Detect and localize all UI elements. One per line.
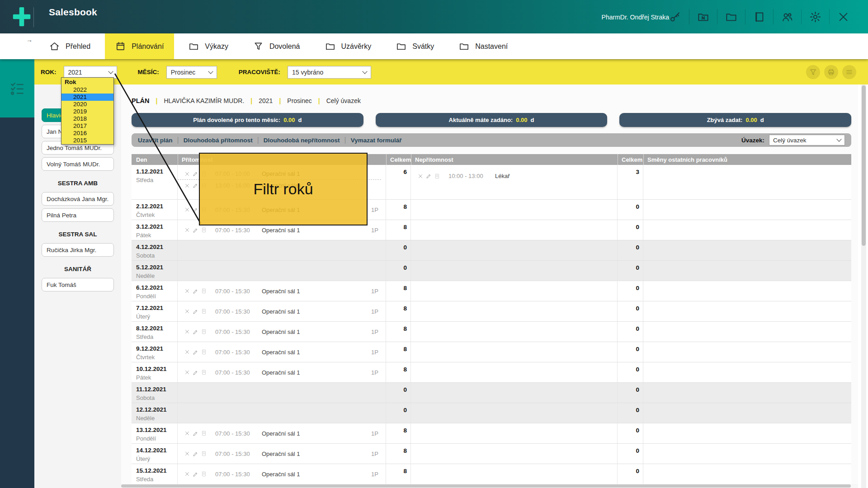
delete-icon[interactable]: [184, 471, 190, 477]
tab-nastavení[interactable]: Nastavení: [448, 33, 518, 59]
edit-icon[interactable]: [193, 207, 198, 213]
note-icon[interactable]: [201, 328, 207, 335]
toolbar-button[interactable]: Uzavřít plán: [138, 137, 173, 144]
note-icon[interactable]: [434, 173, 440, 179]
entry-place: Lékař: [495, 173, 510, 179]
folder-new-icon[interactable]: [697, 11, 709, 23]
vertical-scrollbar-thumb[interactable]: [862, 85, 866, 246]
key-icon[interactable]: [669, 11, 681, 23]
window-icon[interactable]: [753, 11, 765, 23]
sidebar-item-staff[interactable]: Fuk Tomáš: [42, 278, 114, 291]
tab-přehled[interactable]: Přehled: [39, 33, 101, 59]
row-date: 1.12.2021: [136, 167, 175, 176]
note-icon[interactable]: [201, 288, 207, 294]
year-option[interactable]: 2018: [61, 115, 113, 122]
note-icon[interactable]: [201, 471, 207, 477]
note-icon[interactable]: [201, 227, 207, 233]
delete-icon[interactable]: [184, 328, 190, 335]
absence-cell: [411, 403, 618, 423]
entry-place: Operační sál 1: [262, 227, 300, 234]
filter-bar-actions: [806, 65, 856, 79]
note-icon[interactable]: [201, 308, 207, 314]
edit-icon[interactable]: [193, 451, 198, 457]
row-date: 11.12.2021: [136, 385, 175, 394]
sidebar-item-staff[interactable]: Ručička Jirka Mgr.: [42, 243, 114, 257]
tab-uzávěrky[interactable]: Uzávěrky: [315, 33, 382, 59]
uvazek-select[interactable]: Celý úvazek: [769, 135, 845, 145]
year-option[interactable]: 2017: [61, 122, 113, 130]
staff-sidebar: Hlavička Kazimír MUDr.Jan Novák MUDr.Jed…: [34, 84, 121, 488]
edit-icon[interactable]: [193, 183, 198, 188]
users-icon[interactable]: [781, 11, 793, 23]
presence-total: 8: [386, 200, 411, 220]
delete-icon[interactable]: [184, 288, 190, 294]
presence-total: 8: [386, 342, 411, 362]
delete-icon[interactable]: [184, 171, 190, 177]
schedule-entry: 07:00 - 15:30Operační sál 11P: [178, 469, 386, 480]
sidebar-item-staff[interactable]: Docházková Jana Mgr.: [42, 192, 114, 206]
row-weekday: Středa: [136, 333, 175, 342]
year-option[interactable]: 2019: [61, 108, 113, 115]
delete-icon[interactable]: [184, 349, 190, 355]
edit-icon[interactable]: [193, 227, 198, 233]
row-weekday: Pátek: [136, 374, 175, 382]
sidebar-item-staff[interactable]: Pilná Petra: [42, 208, 114, 222]
edit-icon[interactable]: [193, 288, 198, 294]
tab-dovolená[interactable]: Dovolená: [243, 33, 311, 59]
month-select[interactable]: Prosinec: [166, 66, 217, 79]
edit-icon[interactable]: [193, 171, 198, 177]
filter-button[interactable]: [806, 65, 820, 79]
sidebar-toggle-button[interactable]: [0, 59, 34, 117]
forward-arrow-icon[interactable]: →: [26, 36, 33, 43]
year-option[interactable]: 2016: [61, 130, 113, 137]
delete-icon[interactable]: [184, 183, 190, 189]
edit-icon[interactable]: [426, 173, 432, 179]
toolbar-button[interactable]: Dlouhodobá nepřítomnost: [264, 137, 340, 144]
tab-svátky[interactable]: Svátky: [386, 33, 444, 59]
folder-icon[interactable]: [725, 11, 737, 23]
year-select[interactable]: 2021: [64, 66, 117, 79]
edit-icon[interactable]: [193, 349, 198, 355]
column-header: Nepřítomnost: [411, 154, 618, 165]
day-cell: 11.12.2021Sobota: [132, 383, 178, 403]
year-option[interactable]: 2015: [61, 137, 113, 144]
close-icon[interactable]: [837, 11, 849, 23]
absence-total: 0: [618, 403, 643, 423]
year-dropdown-group-label: Rok: [61, 78, 113, 86]
edit-icon[interactable]: [193, 471, 198, 477]
year-option[interactable]: 2021: [61, 94, 113, 101]
print-button[interactable]: [824, 65, 838, 79]
note-icon[interactable]: [201, 369, 207, 375]
edit-icon[interactable]: [193, 309, 198, 314]
sidebar-item-staff[interactable]: Volný Tomáš MUDr.: [42, 157, 114, 171]
column-header: Den: [132, 154, 178, 165]
summary-pill: Aktuálně máte zadáno:0.00d: [376, 113, 608, 127]
toolbar-button[interactable]: Vymazat formulář: [351, 137, 402, 144]
tab-plánování[interactable]: Plánování: [105, 33, 174, 59]
delete-icon[interactable]: [417, 173, 424, 179]
delete-icon[interactable]: [184, 308, 190, 314]
tab-výkazy[interactable]: Výkazy: [178, 33, 239, 59]
delete-icon[interactable]: [184, 369, 190, 375]
delete-icon[interactable]: [184, 227, 190, 233]
vertical-scrollbar[interactable]: [861, 84, 866, 488]
toolbar-button[interactable]: Dlouhodobá přítomnost: [184, 137, 253, 144]
menu-button[interactable]: [842, 65, 856, 79]
delete-icon[interactable]: [184, 430, 190, 436]
year-option[interactable]: 2020: [61, 101, 113, 108]
workplace-select[interactable]: 15 vybráno: [288, 66, 371, 79]
edit-icon[interactable]: [193, 329, 198, 335]
gear-icon[interactable]: [809, 11, 821, 23]
presence-total: 8: [386, 301, 411, 321]
year-option[interactable]: 2022: [61, 86, 113, 94]
horizontal-scrollbar-thumb[interactable]: [121, 484, 851, 488]
horizontal-scrollbar[interactable]: [121, 484, 858, 488]
note-icon[interactable]: [201, 349, 207, 355]
delete-icon[interactable]: [184, 206, 190, 213]
note-icon[interactable]: [201, 450, 207, 457]
edit-icon[interactable]: [193, 431, 198, 436]
delete-icon[interactable]: [184, 450, 190, 457]
edit-icon[interactable]: [193, 370, 198, 375]
note-icon[interactable]: [201, 430, 207, 436]
row-weekday: Pondělí: [136, 292, 175, 301]
